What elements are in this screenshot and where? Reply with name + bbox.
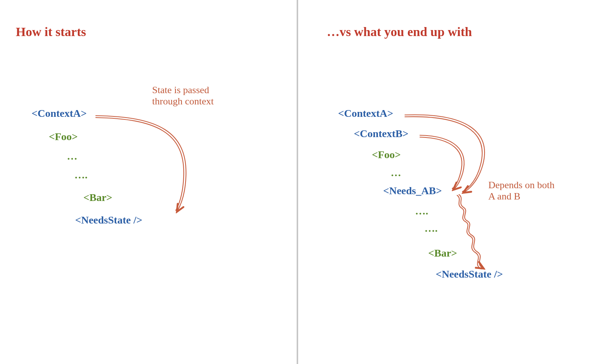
- right-node-dots-2: ….: [415, 205, 428, 217]
- diagram-canvas: How it starts State is passedthrough con…: [0, 0, 601, 364]
- right-arrow-contextb: [420, 135, 464, 189]
- left-annotation: State is passedthrough context: [152, 85, 214, 107]
- vertical-divider: [297, 0, 298, 364]
- left-node-dots-2: ….: [74, 169, 88, 181]
- right-node-needs-ab: <Needs_AB>: [383, 185, 442, 197]
- right-node-contexta: <ContextA>: [338, 107, 393, 119]
- left-title: How it starts: [16, 25, 86, 39]
- left-node-dots-1: …: [67, 150, 77, 162]
- right-node-dots-3: ….: [424, 222, 438, 234]
- right-node-foo: <Foo>: [372, 149, 401, 161]
- right-node-contextb: <ContextB>: [354, 128, 408, 140]
- right-arrow-squiggle: [457, 195, 483, 269]
- left-node-foo: <Foo>: [49, 131, 78, 143]
- right-arrow-contexta: [405, 115, 485, 192]
- left-node-bar: <Bar>: [83, 192, 112, 204]
- right-node-dots-1: …: [391, 167, 401, 179]
- right-annotation: Depends on bothA and B: [488, 180, 554, 202]
- right-node-bar: <Bar>: [428, 247, 457, 259]
- right-title: …vs what you end up with: [327, 25, 472, 39]
- left-node-contexta: <ContextA>: [32, 107, 87, 119]
- left-node-needsstate: <NeedsState />: [75, 214, 142, 226]
- right-node-needsstate: <NeedsState />: [436, 268, 503, 280]
